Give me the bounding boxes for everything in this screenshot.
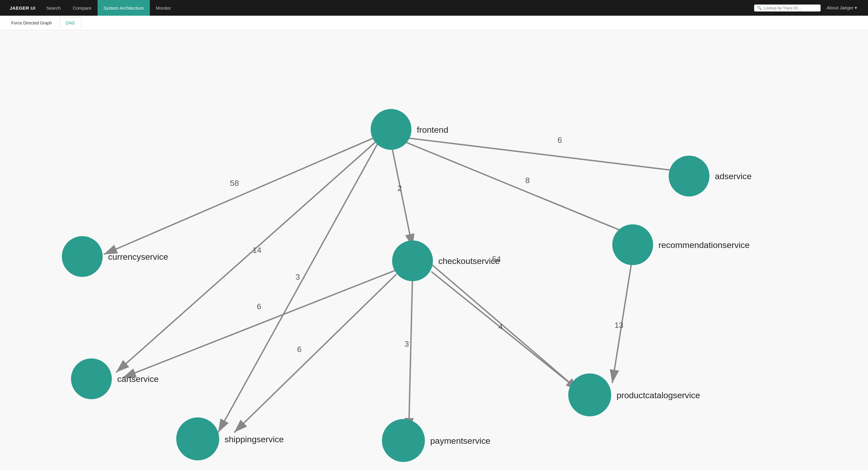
node-label-checkoutservice: checkoutservice (438, 256, 500, 266)
tab-dag[interactable]: DAG (60, 17, 81, 29)
edge-checkout-cart (123, 269, 399, 378)
node-currencyservice[interactable] (62, 236, 103, 277)
node-shippingservice[interactable] (176, 417, 219, 460)
edge-label-frontend-checkout: 2 (398, 184, 402, 193)
edge-frontend-currency (104, 138, 375, 255)
tab-force-directed[interactable]: Force Directed Graph (5, 17, 58, 29)
edge-label-frontend-currency: 58 (230, 178, 239, 188)
nav-system-architecture[interactable]: System Architecture (98, 0, 150, 16)
edge-frontend-adservice (403, 138, 689, 173)
edge-label-frontend-shipping: 6 (257, 302, 261, 311)
trace-id-input[interactable] (764, 6, 817, 10)
node-label-paymentservice: paymentservice (430, 436, 491, 445)
node-frontend[interactable] (371, 109, 411, 149)
tab-bar: Force Directed Graph DAG (0, 16, 868, 30)
node-label-adservice: adservice (715, 171, 752, 181)
node-label-productcatalogservice: productcatalogservice (617, 390, 701, 400)
edge-frontend-recommendation (401, 140, 642, 239)
edge-label-frontend-recommendation: 8 (525, 176, 530, 185)
nav-compare[interactable]: Compare (67, 0, 98, 16)
node-paymentservice[interactable] (382, 419, 425, 462)
edge-label-recommendation-productcatalog: 13 (614, 321, 623, 330)
node-label-recommendationservice: recommendationservice (658, 240, 750, 250)
about-button[interactable]: About Jaeger ▾ (820, 5, 863, 10)
node-label-currencyservice: currencyservice (108, 252, 168, 262)
edge-checkout-payment (409, 276, 412, 431)
app-brand: JAEGER UI (5, 5, 40, 10)
edge-label-checkout-productcatalog-4: 4 (498, 322, 503, 331)
edge-frontend-checkout (391, 143, 412, 247)
edge-label-checkout-shipping: 6 (297, 345, 302, 354)
graph-area: 6 8 2 58 14 6 6 3 54 3 4 13 (0, 30, 868, 470)
navbar: JAEGER UI Search Compare System Architec… (0, 0, 868, 16)
node-cartservice[interactable] (71, 358, 112, 399)
edge-label-frontend-adservice: 6 (558, 135, 562, 144)
edge-checkout-productcatalog-4 (431, 271, 584, 395)
nav-search[interactable]: Search (40, 0, 67, 16)
dag-graph: 6 8 2 58 14 6 6 3 54 3 4 13 (0, 30, 868, 470)
edge-recommendation-productcatalog (612, 256, 633, 383)
node-productcatalogservice[interactable] (568, 373, 611, 416)
search-icon: 🔍 (757, 6, 762, 10)
trace-search-box[interactable]: 🔍 (754, 4, 820, 11)
node-recommendationservice[interactable] (612, 225, 653, 265)
edge-label-checkout-payment: 3 (404, 339, 409, 348)
edge-checkout-productcatalog-54 (429, 262, 579, 391)
edge-label-checkout-cart: 3 (296, 272, 300, 281)
edge-checkout-shipping (235, 274, 397, 433)
edge-label-frontend-cart: 14 (252, 245, 261, 255)
node-label-shippingservice: shippingservice (225, 434, 284, 444)
node-adservice[interactable] (669, 156, 709, 196)
node-label-cartservice: cartservice (117, 374, 159, 384)
nav-monitor[interactable]: Monitor (150, 0, 177, 16)
node-checkoutservice[interactable] (392, 240, 433, 281)
node-label-frontend: frontend (417, 125, 448, 135)
